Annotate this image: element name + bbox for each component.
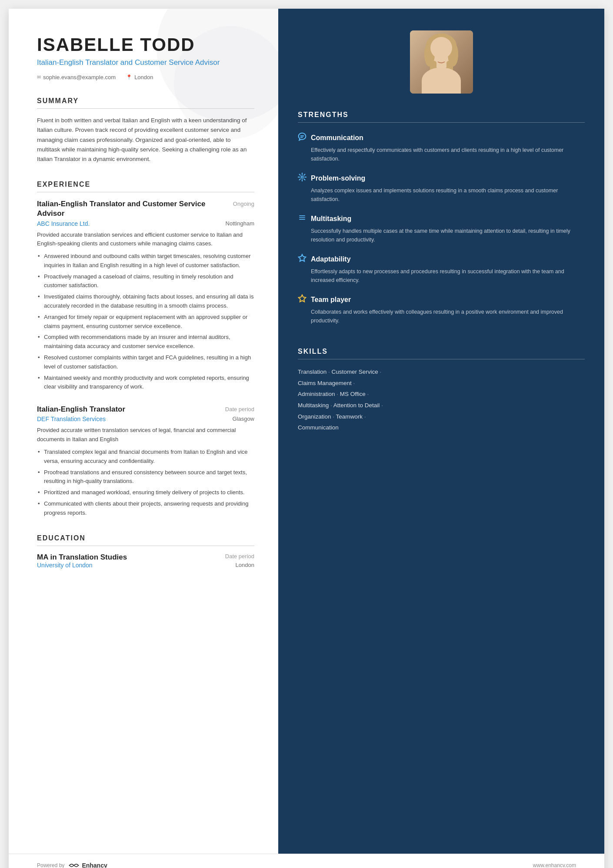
- bullet-item: Proactively managed a caseload of claims…: [37, 272, 254, 291]
- experience-heading: EXPERIENCE: [37, 181, 254, 192]
- strengths-heading: STRENGTHS: [298, 111, 585, 123]
- strength-desc-3: Successfully handles multiple cases at t…: [298, 227, 585, 244]
- svg-rect-7: [437, 67, 446, 76]
- exp-header-2: Italian-English Translator Date period: [37, 405, 254, 414]
- bullet-item: Maintained weekly and monthly productivi…: [37, 374, 254, 392]
- exp-bullets-2: Translated complex legal and financial d…: [37, 448, 254, 518]
- svg-point-13: [301, 176, 303, 178]
- edu-school-row-1: University of London London: [37, 562, 254, 569]
- footer: Powered by Enhancv www.enhancv.com: [9, 854, 604, 868]
- name-block: ISABELLE TODD Italian-English Translator…: [37, 35, 254, 80]
- svg-point-8: [423, 76, 460, 94]
- strengths-section: STRENGTHS Communication Effectively and: [278, 111, 604, 335]
- location-icon: 📍: [126, 74, 132, 80]
- edu-header-1: MA in Translation Studies Date period: [37, 553, 254, 562]
- exp-date-1: Ongoing: [233, 201, 254, 207]
- exp-header-1: Italian-English Translator and Customer …: [37, 199, 254, 218]
- strength-team-player: Team player Collaborates and works effec…: [298, 294, 585, 325]
- communication-icon: [298, 132, 306, 143]
- email-icon: ✉: [37, 74, 41, 80]
- candidate-title: Italian-English Translator and Customer …: [37, 57, 254, 68]
- contact-row: ✉ sophie.evans@example.com 📍 London: [37, 74, 254, 80]
- strength-desc-2: Analyzes complex issues and implements s…: [298, 186, 585, 204]
- exp-location-1: Nottingham: [226, 220, 254, 227]
- skills-heading: SKILLS: [298, 348, 585, 359]
- team-player-icon: [298, 294, 306, 305]
- strength-desc-4: Effortlessly adapts to new processes and…: [298, 267, 585, 285]
- strength-header-3: Multitasking: [298, 213, 585, 224]
- exp-desc-2: Provided accurate written translation se…: [37, 426, 254, 444]
- bullet-item: Prioritized and managed workload, ensuri…: [37, 488, 254, 497]
- summary-heading: SUMMARY: [37, 97, 254, 109]
- exp-title-1: Italian-English Translator and Customer …: [37, 199, 233, 218]
- experience-entry-1: Italian-English Translator and Customer …: [37, 199, 254, 392]
- svg-point-9: [435, 53, 439, 55]
- strength-name-2: Problem-solving: [311, 174, 365, 182]
- bullet-item: Translated complex legal and financial d…: [37, 448, 254, 466]
- strength-name-5: Team player: [311, 296, 351, 304]
- candidate-name: ISABELLE TODD: [37, 35, 254, 55]
- strength-name-3: Multitasking: [311, 215, 351, 223]
- photo-area: [278, 9, 604, 107]
- email-contact: ✉ sophie.evans@example.com: [37, 74, 116, 80]
- brand-name: Enhancv: [82, 862, 107, 868]
- edu-location-1: London: [236, 562, 254, 569]
- footer-website: www.enhancv.com: [533, 862, 576, 868]
- svg-point-10: [444, 53, 447, 55]
- location-contact: 📍 London: [126, 74, 153, 80]
- enhancv-logo: Enhancv: [68, 862, 107, 868]
- edu-title-1: MA in Translation Studies: [37, 553, 127, 562]
- experience-section: EXPERIENCE Italian-English Translator an…: [37, 181, 254, 517]
- exp-company-row-1: ABC Insurance Ltd. Nottingham: [37, 220, 254, 227]
- education-heading: EDUCATION: [37, 534, 254, 546]
- exp-company-2: DEF Translation Services: [37, 416, 106, 422]
- experience-entry-2: Italian-English Translator Date period D…: [37, 405, 254, 517]
- strength-problem-solving: Problem-solving Analyzes complex issues …: [298, 173, 585, 204]
- strength-name-1: Communication: [311, 134, 363, 142]
- exp-date-2: Date period: [225, 406, 254, 412]
- bullet-item: Proofread translations and ensured consi…: [37, 468, 254, 486]
- strength-header-4: Adaptability: [298, 254, 585, 265]
- summary-section: SUMMARY Fluent in both written and verba…: [37, 97, 254, 164]
- edu-school-1: University of London: [37, 562, 93, 569]
- bullet-item: Answered inbound and outbound calls with…: [37, 252, 254, 270]
- problem-solving-icon: [298, 173, 306, 184]
- strength-name-4: Adaptability: [311, 255, 351, 263]
- strength-desc-5: Collaborates and works effectively with …: [298, 308, 585, 325]
- summary-text: Fluent in both written and verbal Italia…: [37, 116, 254, 164]
- exp-location-2: Glasgow: [232, 416, 254, 422]
- svg-rect-5: [430, 61, 436, 80]
- exp-title-2: Italian-English Translator: [37, 405, 225, 414]
- strength-multitasking: Multitasking Successfully handles multip…: [298, 213, 585, 244]
- exp-bullets-1: Answered inbound and outbound calls with…: [37, 252, 254, 392]
- candidate-photo: [410, 30, 473, 94]
- skills-list: Translation · Customer Service · Claims …: [298, 366, 585, 433]
- skills-section: SKILLS Translation · Customer Service · …: [278, 348, 604, 433]
- strength-header-5: Team player: [298, 294, 585, 305]
- strength-adaptability: Adaptability Effortlessly adapts to new …: [298, 254, 585, 285]
- right-column: STRENGTHS Communication Effectively and: [278, 9, 604, 854]
- education-section: EDUCATION MA in Translation Studies Date…: [37, 534, 254, 569]
- bullet-item: Resolved customer complaints within targ…: [37, 353, 254, 372]
- edu-date-1: Date period: [225, 553, 254, 562]
- exp-company-row-2: DEF Translation Services Glasgow: [37, 416, 254, 422]
- left-column: ISABELLE TODD Italian-English Translator…: [9, 9, 278, 854]
- strength-communication: Communication Effectively and respectful…: [298, 132, 585, 163]
- exp-company-1: ABC Insurance Ltd.: [37, 220, 90, 227]
- footer-left: Powered by Enhancv: [37, 862, 107, 868]
- bullet-item: Arranged for timely repair or equipment …: [37, 313, 254, 331]
- powered-by-label: Powered by: [37, 862, 64, 868]
- exp-desc-1: Provided accurate translation services a…: [37, 231, 254, 249]
- strength-header-2: Problem-solving: [298, 173, 585, 184]
- svg-rect-6: [446, 61, 453, 80]
- bullet-item: Communicated with clients about their pr…: [37, 499, 254, 518]
- strength-header-1: Communication: [298, 132, 585, 143]
- email-value: sophie.evans@example.com: [43, 74, 116, 80]
- adaptability-icon: [298, 254, 306, 265]
- location-value: London: [134, 74, 153, 80]
- bullet-item: Investigated claims thoroughly, obtainin…: [37, 292, 254, 311]
- multitasking-icon: [298, 213, 306, 224]
- bullet-item: Complied with recommendations made by an…: [37, 333, 254, 351]
- education-entry-1: MA in Translation Studies Date period Un…: [37, 553, 254, 569]
- strength-desc-1: Effectively and respectfully communicate…: [298, 146, 585, 163]
